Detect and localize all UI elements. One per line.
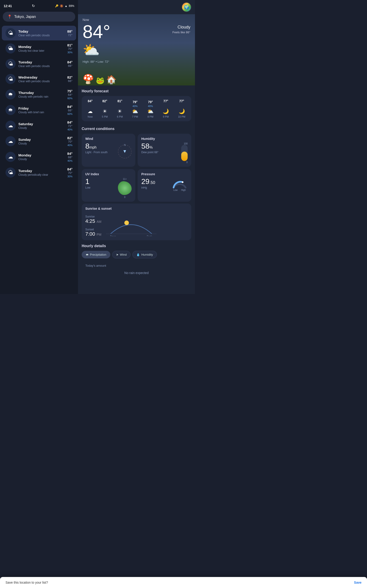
day-item[interactable]: ☁ Saturday Cloudy 84° 72° 40% xyxy=(2,118,76,133)
no-rain: No rain expected xyxy=(85,269,188,277)
high-low: High: 88° • Low: 72° xyxy=(83,60,190,63)
day-temps: 84° 68° 40% xyxy=(67,152,73,162)
sun-arc: Dawn 3:55 AM Dusk 7:30 PM xyxy=(106,213,188,237)
uv-visual: 11+ 0 xyxy=(85,178,132,199)
wind-card: Wind 8mph Light · From south N ▲ xyxy=(82,134,135,167)
day-temps: 82° 70° 40% xyxy=(67,136,73,147)
tab-icon: ➤ xyxy=(116,253,119,256)
day-weather-icon: 🌥 xyxy=(6,43,16,53)
day-item[interactable]: 🌥 Monday Cloudy but clear later 81° 70° … xyxy=(2,41,76,56)
pressure-label: Pressure xyxy=(141,172,188,176)
day-weather-icon: 🌤 xyxy=(6,74,16,84)
svg-text:Dawn: Dawn xyxy=(110,235,116,236)
day-item[interactable]: 🌤 Tuesday Cloudy periodically clear 84° … xyxy=(2,165,76,180)
hour-item: 82° ☀ 5 PM xyxy=(102,99,108,118)
sunrise-content: Sunrise 4:25 AM Sunset 7:00 PM xyxy=(85,213,188,237)
humidity-fill xyxy=(181,152,188,161)
day-temps: 82° 66° xyxy=(67,75,73,83)
wifi-icon: ▲ xyxy=(65,4,67,8)
current-conditions-title: Current conditions xyxy=(82,127,191,131)
day-item[interactable]: 🌤 Today Clear with periodic clouds 88° 7… xyxy=(2,26,76,40)
hourly-grid: 84° ☁ Now 82° ☀ 5 PM 81° ☀ 6 PM 79° 40% … xyxy=(83,99,190,118)
tab-icon: 🌧 xyxy=(85,253,89,256)
day-temps: 84° 72° 40% xyxy=(67,120,73,131)
day-temps: 84° 70° 30% xyxy=(67,167,73,178)
location-bar[interactable]: 📍 Tokyo, Japan xyxy=(3,12,75,22)
sunrise-label: Sunrise xyxy=(85,215,101,218)
wind-label: Wind xyxy=(85,137,132,141)
location-text: Tokyo, Japan xyxy=(14,15,36,19)
tab-label: Wind xyxy=(120,253,127,256)
current-conditions-section: Current conditions Wind 8mph Light · Fro… xyxy=(78,123,195,204)
temp-section: 84° ⛅ xyxy=(83,23,110,58)
day-item[interactable]: 🌧 Friday Cloudy with brief rain 84° 66° … xyxy=(2,103,76,118)
day-info: Tuesday Clear with periodic clouds xyxy=(18,60,65,68)
day-weather-icon: 🌧 xyxy=(6,89,16,99)
sunrise-times: Sunrise 4:25 AM Sunset 7:00 PM xyxy=(85,215,101,237)
current-temp: 84° xyxy=(83,23,110,41)
humidity-card: Humidity 58% Dew point 68° 100 0 xyxy=(138,134,191,167)
day-item[interactable]: 🌧 Thursday Cloudy with periodic rain 75°… xyxy=(2,87,76,102)
mushroom-icon: 🍄 xyxy=(83,74,94,85)
current-condition: Cloudy xyxy=(173,25,190,30)
humidity-label: Humidity xyxy=(141,137,188,141)
day-info: Tuesday Cloudy periodically clear xyxy=(18,169,65,176)
avatar[interactable]: 🌍 xyxy=(182,2,191,12)
sunset-label: Sunset xyxy=(85,228,101,231)
refresh-icon: ↻ xyxy=(32,4,35,8)
hour-item: 79° 40% ⛅ 7 PM xyxy=(132,100,138,118)
compass-arrow: ▲ xyxy=(123,149,127,154)
tab-icon: 💧 xyxy=(136,253,140,256)
day-item[interactable]: ☁ Monday Cloudy 84° 68° 40% xyxy=(2,149,76,164)
hourly-forecast-title: Hourly forecast xyxy=(82,89,191,93)
tab-label: Precipitation xyxy=(90,253,106,256)
uv-label: UV Index xyxy=(85,172,132,176)
day-temps: 75° 64° 60% xyxy=(67,89,73,100)
today-amount: Today's amount xyxy=(85,264,188,267)
hour-item: 84° ☁ Now xyxy=(88,99,93,118)
day-info: Sunday Cloudy xyxy=(18,138,65,145)
hourly-forecast-section: Hourly forecast 84° ☁ Now 82° ☀ 5 PM 81°… xyxy=(78,86,195,123)
status-icons: 🔑 🔕 ▲ 89% xyxy=(55,4,74,8)
day-info: Monday Cloudy xyxy=(18,153,65,161)
day-item[interactable]: 🌤 Tuesday Clear with periodic clouds 84°… xyxy=(2,57,76,71)
day-list: 🌤 Today Clear with periodic clouds 88° 7… xyxy=(0,25,78,290)
day-item[interactable]: 🌤 Wednesday Clear with periodic clouds 8… xyxy=(2,72,76,86)
humidity-bar xyxy=(181,145,188,161)
day-info: Saturday Cloudy xyxy=(18,122,65,130)
sunset-time: 7:00 PM xyxy=(85,231,101,237)
hour-item: 77° 🌙 10 PM xyxy=(178,99,185,118)
compass: N ▲ xyxy=(118,145,132,158)
day-weather-icon: 🌧 xyxy=(6,105,16,115)
house-icon: 🏠 xyxy=(106,75,117,85)
pressure-card: Pressure 29.50 inHg Low High xyxy=(138,169,191,202)
hero-right: Cloudy Feels like 86° xyxy=(173,23,190,34)
key-icon: 🔑 xyxy=(55,4,58,8)
status-time: 12:41 xyxy=(4,4,12,8)
day-temps: 84° 66° 60% xyxy=(67,105,73,115)
sunrise-row: Sunrise 4:25 AM xyxy=(85,215,101,224)
detail-tab[interactable]: ➤ Wind xyxy=(112,251,131,258)
day-weather-icon: 🌤 xyxy=(6,28,16,38)
svg-point-2 xyxy=(124,221,129,225)
day-info: Monday Cloudy but clear later xyxy=(18,45,65,52)
now-label: Now xyxy=(83,18,190,22)
hour-item: 81° ☀ 6 PM xyxy=(117,99,123,118)
hourly-details-title: Hourly details xyxy=(82,244,191,248)
day-weather-icon: ☁ xyxy=(6,152,16,162)
tab-label: Humidity xyxy=(141,253,153,256)
battery-icon: 89% xyxy=(69,4,74,8)
sunrise-title: Sunrise & sunset xyxy=(85,207,188,210)
detail-tab[interactable]: 🌧 Precipitation xyxy=(82,251,110,258)
weather-icon: ⛅ xyxy=(83,42,110,58)
day-temps: 84° 66° xyxy=(67,60,73,68)
day-item[interactable]: ☁ Sunday Cloudy 82° 70° 40% xyxy=(2,134,76,149)
conditions-grid: Wind 8mph Light · From south N ▲ Humidit… xyxy=(82,134,191,202)
feels-like: Feels like 86° xyxy=(173,31,190,34)
weather-hero: Now 84° ⛅ Cloudy Feels like 86° High: 88… xyxy=(78,14,195,86)
top-bar: 🌍 xyxy=(78,0,195,14)
day-weather-icon: 🌤 xyxy=(6,167,16,178)
hour-item: 77° 🌙 9 PM xyxy=(163,99,169,118)
hourly-container: 84° ☁ Now 82° ☀ 5 PM 81° ☀ 6 PM 79° 40% … xyxy=(82,96,191,121)
detail-tab[interactable]: 💧 Humidity xyxy=(132,251,157,258)
